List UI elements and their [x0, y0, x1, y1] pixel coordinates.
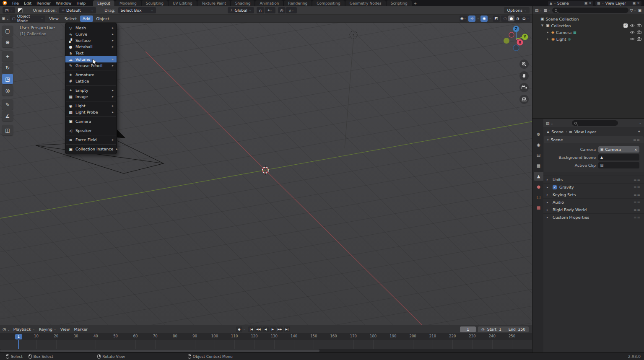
tab-uv-editing[interactable]: UV Editing: [169, 0, 197, 6]
drag-handle-icon[interactable]: ≡≡: [633, 138, 640, 142]
background-scene-field[interactable]: ▲: [598, 154, 639, 161]
new-scene-icon[interactable]: ▣: [584, 1, 588, 5]
properties-tab-object[interactable]: ▢: [534, 193, 543, 202]
gizmo-negz-ball[interactable]: [513, 45, 519, 51]
outliner-display-mode-dropdown[interactable]: ▤⌄: [535, 8, 542, 13]
drag-dropdown[interactable]: Select Box ⌄: [118, 7, 156, 13]
new-view-layer-icon[interactable]: ▣: [633, 1, 636, 5]
transform-orientation-dropdown[interactable]: ⊥ Global ⌄: [228, 7, 254, 13]
active-tool-dropdown[interactable]: ◳ ⌄: [3, 7, 15, 13]
chevron-down-icon[interactable]: ⌄: [639, 122, 641, 125]
viewport-menu-select[interactable]: Select: [62, 16, 79, 22]
chevron-down-icon[interactable]: ⌄: [527, 17, 530, 20]
tab-compositing[interactable]: Compositing: [312, 0, 344, 6]
add-menu-item-text[interactable]: aText: [65, 50, 117, 56]
perspective-toggle-icon[interactable]: [519, 95, 529, 104]
drag-handle-icon[interactable]: ≡≡: [634, 208, 641, 212]
add-menu-item-grease-pencil[interactable]: ✎Grease Pencil▸: [65, 62, 117, 69]
annotate-tool-button[interactable]: ✎: [2, 99, 13, 110]
properties-tab-texture[interactable]: ▩: [534, 203, 543, 212]
timeline-editor-icon[interactable]: ◷ ⌄: [3, 327, 10, 332]
mode-dropdown[interactable]: ▢ Object Mode ⌄: [10, 16, 45, 22]
proportional-falloff-dropdown[interactable]: ∧ ⌄: [286, 7, 297, 13]
blender-logo-icon[interactable]: [3, 1, 7, 5]
chevron-down-icon[interactable]: ⌄: [243, 328, 246, 331]
outliner-filter-dropdown[interactable]: ▽⌄: [630, 8, 636, 13]
play-reverse-button[interactable]: ◀: [262, 326, 269, 332]
properties-tab-scene[interactable]: ▲: [534, 172, 543, 181]
disable-render-icon[interactable]: [637, 37, 641, 41]
view-layer-selector[interactable]: ▦ ⌄ View Layer ▣ ×: [595, 1, 641, 6]
properties-tab-tool[interactable]: ⚙: [534, 130, 543, 139]
tab-geometry-nodes[interactable]: Geometry Nodes: [345, 0, 386, 6]
stopwatch-icon[interactable]: ◷: [481, 327, 485, 332]
outliner-row-scene-collection[interactable]: ▣Scene Collection: [532, 16, 644, 22]
end-frame-field[interactable]: End 250: [505, 327, 529, 332]
overlays-toggle[interactable]: ◉: [480, 16, 488, 22]
add-workspace-button[interactable]: +: [412, 0, 419, 6]
viewport-3d[interactable]: Z Y X User Perspective (1) Collection ▢⊕…: [0, 23, 532, 325]
drag-handle-icon[interactable]: ≡≡: [634, 193, 641, 197]
auto-keying-toggle[interactable]: ●: [236, 326, 242, 332]
panel-audio[interactable]: ▸Audio≡≡: [543, 198, 644, 206]
rotate-tool-button[interactable]: ↻: [2, 62, 13, 73]
properties-tab-world[interactable]: ●: [534, 182, 543, 191]
scale-tool-button[interactable]: ◳: [2, 74, 13, 84]
move-tool-button[interactable]: +: [2, 51, 13, 62]
add-menu-item-empty[interactable]: ⌖Empty▸: [65, 87, 117, 93]
add-menu-item-curve[interactable]: ∿Curve▸: [65, 31, 117, 37]
timeline-menu-view[interactable]: View: [60, 327, 70, 332]
timeline-menu-playback[interactable]: Playback⌄: [13, 327, 35, 332]
viewport-menu-view[interactable]: View: [47, 16, 61, 22]
expander-icon[interactable]: ▼: [540, 24, 544, 27]
tab-scripting[interactable]: Scripting: [387, 0, 412, 6]
properties-editor-icon[interactable]: ▤ ⌄: [546, 121, 553, 125]
timeline-menu-marker[interactable]: Marker: [74, 327, 88, 332]
outliner-new-collection-button[interactable]: ▣: [638, 8, 641, 13]
active-clip-field[interactable]: ▤: [598, 162, 639, 168]
tab-modeling[interactable]: Modeling: [115, 0, 141, 6]
editor-type-icon[interactable]: ▣ ⌄: [2, 16, 9, 21]
panel-keying-sets[interactable]: ▸Keying Sets≡≡: [543, 191, 644, 198]
drag-handle-icon[interactable]: ≡≡: [634, 185, 641, 189]
jump-to-end-button[interactable]: ▶|: [284, 326, 290, 332]
camera-field[interactable]: ▣Camera×: [598, 146, 639, 153]
cursor-tool-button[interactable]: ⊕: [2, 37, 13, 47]
topbar-menu-render[interactable]: Render: [34, 0, 53, 6]
topbar-menu-file[interactable]: File: [10, 0, 21, 6]
current-frame-marker[interactable]: 1: [15, 334, 22, 339]
measure-tool-button[interactable]: ∡: [2, 111, 13, 121]
tab-sculpting[interactable]: Sculpting: [142, 0, 168, 6]
gizmos-toggle[interactable]: ⊹: [468, 16, 475, 22]
outliner-search-input[interactable]: [552, 8, 628, 13]
add-menu-item-lattice[interactable]: #Lattice: [65, 78, 117, 84]
remove-view-layer-icon[interactable]: ×: [637, 1, 640, 5]
panel-rigid-body-world[interactable]: ▸Rigid Body World≡≡: [543, 206, 644, 213]
properties-search-input[interactable]: [572, 120, 618, 126]
topbar-menu-edit[interactable]: Edit: [21, 0, 34, 6]
rendered-shading-button[interactable]: ◒: [521, 16, 527, 21]
snap-settings-dropdown[interactable]: ⌖ ⌄: [265, 7, 275, 13]
add-menu-item-light[interactable]: ◉Light▸: [65, 103, 117, 109]
transform-tool-button[interactable]: ◎: [2, 85, 13, 96]
add-menu-item-speaker[interactable]: ◁Speaker: [65, 127, 117, 134]
unlink-scene-icon[interactable]: ×: [589, 1, 592, 5]
playhead-line[interactable]: [18, 340, 19, 349]
expander-icon[interactable]: ▸: [546, 37, 550, 41]
tab-texture-paint[interactable]: Texture Paint: [197, 0, 230, 6]
properties-tab-render[interactable]: ◉: [534, 140, 543, 149]
gizmo-negy-ball[interactable]: [504, 38, 509, 44]
exclude-checkbox[interactable]: ✓: [623, 23, 628, 28]
drag-handle-icon[interactable]: ≡≡: [634, 178, 641, 182]
wireframe-shading-button[interactable]: ◌: [502, 16, 508, 21]
add-menu-item-surface[interactable]: ▞Surface▸: [65, 37, 117, 44]
add-menu-item-light-probe[interactable]: ▩Light Probe▸: [65, 109, 117, 115]
next-keyframe-button[interactable]: ▶▶: [277, 326, 283, 332]
current-frame-field[interactable]: 1: [460, 326, 476, 332]
add-menu-item-armature[interactable]: ✶Armature: [65, 72, 117, 78]
outliner-filter-id-dropdown[interactable]: ▦⌄: [543, 8, 550, 13]
snap-toggle[interactable]: ∩: [257, 7, 264, 13]
material-shading-button[interactable]: ◑: [514, 16, 521, 21]
drag-handle-icon[interactable]: ≡≡: [634, 200, 641, 205]
orientation-dropdown[interactable]: ⊹ Default ⌄: [59, 7, 96, 13]
